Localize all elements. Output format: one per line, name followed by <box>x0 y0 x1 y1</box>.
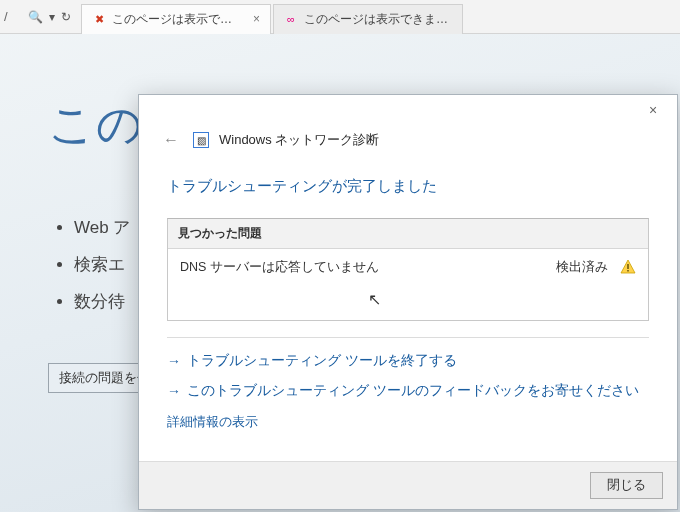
search-controls: 🔍 ▾ ↻ <box>18 10 81 24</box>
status-text: トラブルシューティングが完了しました <box>167 177 649 196</box>
back-icon[interactable]: ← <box>159 129 183 151</box>
found-header: 見つかった問題 <box>168 219 648 249</box>
close-icon[interactable]: × <box>247 12 260 26</box>
found-problems-box: 見つかった問題 DNS サーバーは応答していません 検出済み <box>167 218 649 321</box>
problem-text: DNS サーバーは応答していません <box>180 259 556 276</box>
warning-icon <box>620 259 636 275</box>
dialog-footer: 閉じる <box>139 461 677 509</box>
network-diagnostics-dialog: × ← ▧ Windows ネットワーク診断 トラブルシューティングが完了しまし… <box>138 94 678 510</box>
divider <box>167 337 649 338</box>
browser-chrome: / 🔍 ▾ ↻ ✖ このページは表示できません × ∞ このページは表示できませ… <box>0 0 680 34</box>
dropdown-icon[interactable]: ▾ <box>49 10 55 24</box>
found-row: DNS サーバーは応答していません 検出済み <box>168 249 648 320</box>
refresh-icon[interactable]: ↻ <box>61 10 71 24</box>
address-tail: / <box>0 9 18 24</box>
exit-troubleshooter-link[interactable]: → トラブルシューティング ツールを終了する <box>167 346 649 376</box>
infinity-icon: ∞ <box>284 12 298 26</box>
tab-label: このページは表示できません <box>304 11 452 28</box>
close-button[interactable]: 閉じる <box>590 472 663 499</box>
x-icon: ✖ <box>92 12 106 26</box>
details-link[interactable]: 詳細情報の表示 <box>167 406 258 431</box>
svg-rect-1 <box>627 264 628 269</box>
diagnostics-icon: ▧ <box>193 132 209 148</box>
feedback-link[interactable]: → このトラブルシューティング ツールのフィードバックをお寄せください <box>167 376 649 406</box>
tab-inactive[interactable]: ∞ このページは表示できません <box>273 4 463 34</box>
cursor-icon: ↖ <box>368 290 381 309</box>
search-icon[interactable]: 🔍 <box>28 10 43 24</box>
problem-status: 検出済み <box>556 259 608 276</box>
tab-label: このページは表示できません <box>112 11 241 28</box>
svg-rect-2 <box>627 270 628 272</box>
link-label: トラブルシューティング ツールを終了する <box>187 352 457 370</box>
arrow-right-icon: → <box>167 383 181 399</box>
close-icon[interactable]: × <box>635 102 671 118</box>
dialog-titlebar[interactable]: × <box>139 95 677 125</box>
dialog-title: Windows ネットワーク診断 <box>219 131 379 149</box>
tab-active[interactable]: ✖ このページは表示できません × <box>81 4 271 34</box>
link-label: このトラブルシューティング ツールのフィードバックをお寄せください <box>187 382 639 400</box>
arrow-right-icon: → <box>167 353 181 369</box>
dialog-body: トラブルシューティングが完了しました 見つかった問題 DNS サーバーは応答して… <box>139 163 677 461</box>
dialog-header: ← ▧ Windows ネットワーク診断 <box>139 125 677 163</box>
